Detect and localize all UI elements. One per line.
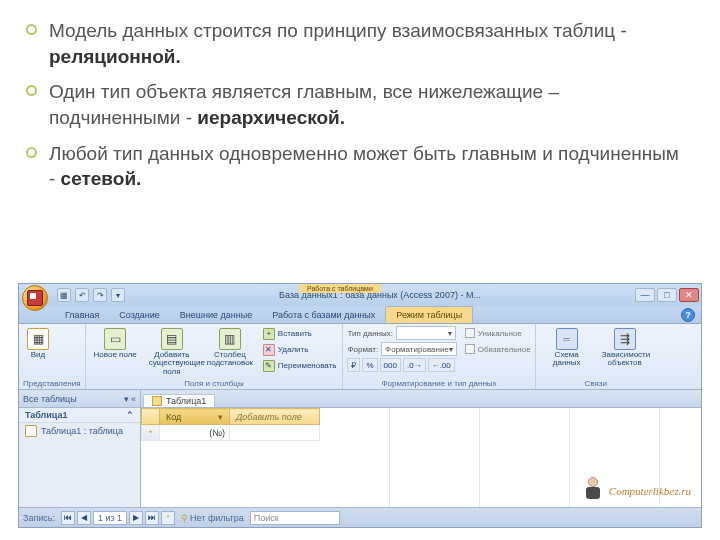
add-existing-fields-button[interactable]: ▤ Добавить существующие поля — [145, 326, 199, 378]
help-icon[interactable]: ? — [681, 308, 695, 322]
format-combo[interactable]: Форматирование▾ — [381, 342, 457, 356]
group-label: Поля и столбцы — [90, 378, 339, 389]
quick-access-toolbar: ▦ ↶ ↷ ▾ — [57, 288, 125, 302]
currency-format-button[interactable]: ₽ — [347, 358, 360, 372]
bullet-item: Модель данных строится по принципу взаим… — [48, 18, 690, 69]
nav-group-title[interactable]: Таблица1 ⌃ — [19, 408, 140, 423]
tab-database-tools[interactable]: Работа с базами данных — [262, 306, 385, 323]
group-label: Форматирование и тип данных — [347, 378, 530, 389]
lookup-column-icon: ▥ — [219, 328, 241, 350]
next-record-button[interactable]: ▶ — [129, 511, 143, 525]
delete-icon: ✕ — [263, 344, 275, 356]
qat-dropdown-icon[interactable]: ▾ — [111, 288, 125, 302]
bullet-icon — [26, 147, 37, 158]
required-checkbox[interactable]: Обязательное — [465, 342, 531, 356]
new-record-button[interactable]: * — [161, 511, 175, 525]
unique-checkbox[interactable]: Уникальное — [465, 326, 531, 340]
percent-format-button[interactable]: % — [362, 358, 377, 372]
status-bar: Запись: ⏮ ◀ 1 из 1 ▶ ⏭ * ⚲Нет фильтра По… — [19, 507, 701, 527]
add-existing-icon: ▤ — [161, 328, 183, 350]
new-field-button[interactable]: ▭ Новое поле — [90, 326, 141, 361]
record-position[interactable]: 1 из 1 — [93, 511, 127, 525]
last-record-button[interactable]: ⏭ — [145, 511, 159, 525]
view-button[interactable]: ▦ Вид — [23, 326, 53, 361]
delete-button[interactable]: ✕Удалить — [261, 342, 339, 357]
chevron-down-icon: ▾ — [449, 345, 453, 354]
group-formatting: Тип данных: ▾ Формат: Форматирование▾ ₽ … — [343, 324, 535, 389]
record-label: Запись: — [23, 513, 55, 523]
relationships-button[interactable]: ⎓ Схема данных — [540, 326, 594, 370]
lookup-column-button[interactable]: ▥ Столбец подстановок — [203, 326, 257, 370]
record-navigator: ⏮ ◀ 1 из 1 ▶ ⏭ * — [61, 511, 175, 525]
redo-icon[interactable]: ↷ — [93, 288, 107, 302]
column-header-id[interactable]: Код ▾ — [160, 409, 230, 425]
insert-button[interactable]: +Вставить — [261, 326, 339, 341]
maximize-button[interactable]: □ — [657, 288, 677, 302]
nav-item-table1[interactable]: Таблица1 : таблица — [19, 423, 140, 439]
group-label: Связи — [540, 378, 652, 389]
chevron-down-icon: ▾ — [448, 329, 452, 338]
prev-record-button[interactable]: ◀ — [77, 511, 91, 525]
filter-indicator[interactable]: ⚲Нет фильтра — [181, 513, 244, 523]
new-field-icon: ▭ — [104, 328, 126, 350]
group-fields-columns: ▭ Новое поле ▤ Добавить существующие пол… — [86, 324, 344, 389]
decrease-decimal-button[interactable]: .0→ — [403, 358, 426, 372]
bullet-text: Модель данных строится по принципу взаим… — [49, 18, 690, 69]
bullet-item: Любой тип данных одновременно может быть… — [48, 141, 690, 192]
tab-datasheet[interactable]: Режим таблицы — [385, 306, 473, 323]
cell-id-new[interactable]: (№) — [160, 425, 230, 441]
ribbon-tabs: Главная Создание Внешние данные Работа с… — [19, 306, 701, 324]
bullet-icon — [26, 24, 37, 35]
new-record-icon: * — [149, 428, 153, 438]
chevron-down-icon: ▾ — [218, 412, 223, 422]
first-record-button[interactable]: ⏮ — [61, 511, 75, 525]
window-controls: — □ ✕ — [635, 288, 699, 302]
document-tab-table1[interactable]: Таблица1 — [143, 394, 215, 407]
minimize-button[interactable]: — — [635, 288, 655, 302]
tab-external-data[interactable]: Внешние данные — [170, 306, 262, 323]
nav-pane-header[interactable]: Все таблицы ▾« — [19, 390, 140, 408]
chevron-down-icon: ▾ — [124, 394, 129, 404]
table-icon — [152, 396, 162, 406]
bullet-list: Модель данных строится по принципу взаим… — [0, 0, 720, 212]
context-tab-title: Работа с таблицами — [299, 284, 381, 293]
column-header-add-field[interactable]: Добавить поле — [230, 409, 320, 425]
filter-icon: ⚲ — [181, 513, 188, 523]
relationships-icon: ⎓ — [556, 328, 578, 350]
mascot-icon — [583, 477, 603, 501]
group-label: Представления — [23, 378, 81, 389]
search-input[interactable]: Поиск — [250, 511, 340, 525]
office-button[interactable] — [22, 285, 48, 311]
new-record-selector[interactable]: * — [142, 425, 160, 441]
watermark-text: Computerlikbez.ru — [609, 485, 691, 497]
insert-icon: + — [263, 328, 275, 340]
document-tabs: Таблица1 — [141, 390, 701, 408]
dependencies-icon: ⇶ — [614, 328, 636, 350]
context-tab-header: Работа с таблицами — [299, 284, 381, 293]
select-all-corner[interactable] — [142, 409, 160, 425]
tab-home[interactable]: Главная — [55, 306, 109, 323]
shutter-collapse-icon[interactable]: « — [131, 394, 136, 404]
format-label: Формат: — [347, 345, 378, 354]
undo-icon[interactable]: ↶ — [75, 288, 89, 302]
cell-addfield-new[interactable] — [230, 425, 320, 441]
save-icon[interactable]: ▦ — [57, 288, 71, 302]
bullet-text: Один тип объекта является главным, все н… — [49, 79, 690, 130]
object-dependencies-button[interactable]: ⇶ Зависимости объектов — [598, 326, 652, 370]
collapse-icon: ⌃ — [126, 410, 134, 420]
rename-button[interactable]: ✎Переименовать — [261, 358, 339, 373]
data-type-combo[interactable]: ▾ — [396, 326, 456, 340]
access-window: ▦ ↶ ↷ ▾ База данных1 : база данных (Acce… — [18, 283, 702, 528]
close-button[interactable]: ✕ — [679, 288, 699, 302]
data-type-label: Тип данных: — [347, 329, 392, 338]
rename-icon: ✎ — [263, 360, 275, 372]
navigation-pane: Все таблицы ▾« Таблица1 ⌃ Таблица1 : таб… — [19, 390, 141, 507]
datasheet-view-icon: ▦ — [27, 328, 49, 350]
increase-decimal-button[interactable]: ←.00 — [428, 358, 455, 372]
bullet-icon — [26, 85, 37, 96]
tab-create[interactable]: Создание — [109, 306, 170, 323]
titlebar: ▦ ↶ ↷ ▾ База данных1 : база данных (Acce… — [19, 284, 701, 306]
group-relationships: ⎓ Схема данных ⇶ Зависимости объектов Св… — [536, 324, 656, 389]
thousand-sep-button[interactable]: 000 — [380, 358, 401, 372]
group-views: ▦ Вид Представления — [19, 324, 86, 389]
